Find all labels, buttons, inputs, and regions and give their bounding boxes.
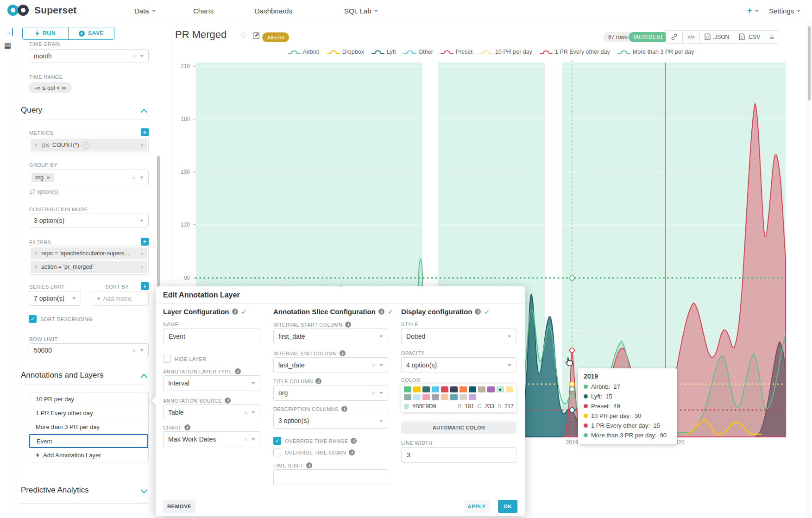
line-width-input[interactable] [401,447,516,463]
color-swatch[interactable] [413,386,421,392]
group-by-tag[interactable]: org× [31,173,54,182]
remove-button[interactable]: REMOVE [163,500,195,513]
info-icon[interactable]: i [341,406,347,412]
clear-icon[interactable]: × [132,347,136,354]
add-metric-button[interactable]: + [141,128,149,136]
altered-badge[interactable]: Altered [262,32,289,42]
color-swatch[interactable] [432,394,439,400]
color-swatch[interactable] [469,394,476,400]
hide-layer-checkbox[interactable] [163,355,171,363]
time-range-pill[interactable]: -∞ ≤ col < ∞ [29,82,72,93]
color-swatch-selected[interactable] [497,386,504,392]
color-swatch[interactable] [422,386,430,392]
override-time-range-checkbox[interactable]: ✓ [273,437,281,445]
settings-menu[interactable]: Settings [769,7,800,15]
color-swatch[interactable] [432,386,439,392]
color-swatch[interactable] [460,394,467,400]
color-swatch[interactable] [469,386,476,392]
superset-logo[interactable]: Superset [6,4,76,17]
color-swatch[interactable] [460,386,467,392]
remove-tag-icon[interactable]: × [47,175,50,180]
favorite-star-icon[interactable]: ☆ [239,30,247,40]
caret-down-icon[interactable] [508,335,511,338]
nav-data[interactable]: Data [134,7,156,15]
color-swatch[interactable] [506,386,513,392]
b-value[interactable]: 217 [504,403,514,410]
filter-chip[interactable]: × repo = 'apache/incubator-supers... › [31,247,147,259]
datasource-grid-icon[interactable]: ▦ [4,41,11,50]
style-select[interactable]: Dotted [401,328,516,344]
expand-icon[interactable]: › [141,250,143,257]
apply-button[interactable]: APPLY [464,500,490,513]
expand-icon[interactable]: › [141,264,143,270]
remove-icon[interactable]: × [34,142,38,148]
expand-predictive-icon[interactable] [141,487,147,493]
caret-down-icon[interactable] [72,297,76,300]
edit-title-icon[interactable] [252,32,260,39]
color-swatch[interactable] [487,386,495,392]
caret-down-icon[interactable] [140,177,144,179]
color-swatch[interactable] [441,394,448,400]
hex-value[interactable]: #B5E9D9 [412,403,436,410]
sort-by-add-metric[interactable]: + Add metric [92,291,149,306]
interval-start-select[interactable]: first_date [273,328,388,344]
caret-down-icon[interactable] [140,220,144,222]
info-icon[interactable]: i [345,322,351,328]
add-filter-button[interactable]: + [141,238,149,246]
automatic-color-button[interactable]: AUTOMATIC COLOR [401,422,516,434]
annotation-layer-item[interactable]: 10 PR per day [29,392,148,406]
share-link-button[interactable] [666,30,683,44]
caret-down-icon[interactable] [379,364,383,366]
info-icon[interactable]: i [184,424,190,430]
caret-down-icon[interactable] [252,438,255,441]
color-swatch[interactable] [450,386,458,392]
clear-icon[interactable]: × [371,390,375,396]
color-swatch[interactable] [478,386,485,392]
export-json-button[interactable]: .JSON [699,30,734,44]
description-columns-select[interactable]: 3 option(s) [273,413,388,429]
time-grain-select[interactable]: month × [29,49,149,63]
group-by-select[interactable]: org× × [29,170,149,185]
color-swatch[interactable] [404,386,411,392]
remove-icon[interactable]: × [34,250,38,257]
caret-down-icon[interactable] [140,55,144,57]
collapse-annotations-icon[interactable] [141,374,147,380]
save-button[interactable]: + SAVE [69,27,114,39]
annotation-source-select[interactable]: Table × [163,404,260,420]
window-scrollbar-track[interactable] [807,23,811,518]
ok-button[interactable]: OK [498,500,517,513]
nav-dashboards[interactable]: Dashboards [255,7,292,15]
chart-select[interactable]: Max Work Dates × [163,431,260,447]
add-sort-metric-button[interactable]: + [141,282,149,290]
annotation-layer-type-select[interactable]: Interval [163,375,260,391]
annotation-layer-item[interactable]: 1 PR Every other day [29,406,148,420]
filter-chip[interactable]: × action = 'pr_merged' › [31,261,147,273]
new-item-button[interactable]: + [747,6,759,16]
annotation-layer-item-selected[interactable]: Event [29,434,148,448]
add-annotation-layer-button[interactable]: + Add Annotation Layer [29,448,148,462]
nav-sql-lab[interactable]: SQL Lab [344,7,378,15]
info-icon[interactable]: i [349,449,355,455]
clear-icon[interactable]: × [244,436,247,442]
caret-down-icon[interactable] [379,420,383,422]
run-button[interactable]: RUN [23,27,69,39]
caret-down-icon[interactable] [140,349,144,352]
collapse-query-icon[interactable] [141,109,147,115]
info-icon[interactable]: i [340,350,346,356]
sort-descending-checkbox[interactable]: ✓ [29,315,37,323]
clear-icon[interactable]: × [132,53,136,59]
color-swatch[interactable] [422,394,430,400]
layer-name-input[interactable] [163,328,260,344]
caret-down-icon[interactable] [252,411,255,414]
g-value[interactable]: 233 [485,403,494,410]
clear-icon[interactable]: × [244,410,247,416]
caret-down-icon[interactable] [379,392,383,394]
opacity-select[interactable]: 4 option(s) [401,357,516,373]
nav-charts[interactable]: Charts [193,7,214,15]
metric-chip[interactable]: × ƒ(x) COUNT(*) ? › [31,139,147,152]
expand-icon[interactable]: › [141,142,143,148]
caret-down-icon[interactable] [508,364,511,366]
caret-down-icon[interactable] [252,382,255,385]
info-icon[interactable]: i [475,309,481,315]
clear-icon[interactable]: × [371,362,375,368]
